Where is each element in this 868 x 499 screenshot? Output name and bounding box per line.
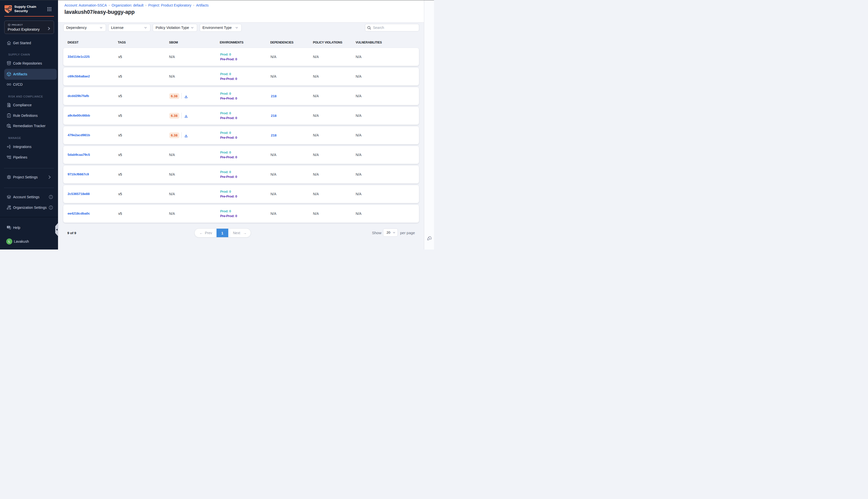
svg-text:?: ? <box>8 226 9 228</box>
